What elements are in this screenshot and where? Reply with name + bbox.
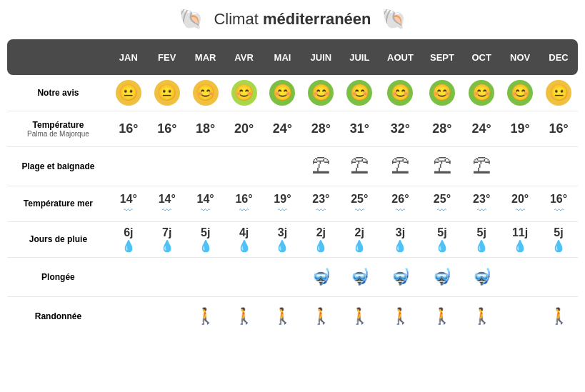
plage-fev [148, 146, 186, 186]
rando-dec: 🚶 [539, 296, 578, 336]
plongee-oct: 🤿 [462, 257, 501, 296]
rando-nov [501, 296, 539, 336]
pluie-nov: 11j💧 [501, 221, 539, 257]
plongee-label: Plongée [7, 257, 109, 296]
hiker-mar: 🚶 [196, 307, 215, 325]
temp-fev: 16° [148, 111, 186, 146]
tmer-mar: 14°〰 [186, 186, 225, 221]
tmer-juil: 25°〰 [340, 186, 379, 221]
rando-aout: 🚶 [379, 296, 421, 336]
smiley-juil: 😊 [346, 80, 372, 106]
smiley-fev: 😐 [154, 80, 180, 106]
plage-jan [109, 146, 148, 186]
temperature-sublabel: Palma de Majorque [9, 130, 108, 138]
title-prefix: Climat [214, 10, 262, 28]
smiley-cell-dec: 😐 [539, 75, 578, 111]
temp-mar: 18° [186, 111, 225, 146]
pluie-mai: 3j💧 [264, 221, 302, 257]
smiley-mai: 😊 [269, 80, 295, 106]
month-sept: SEPT [422, 39, 463, 75]
rando-juin: 🚶 [301, 296, 340, 336]
rando-avr: 🚶 [225, 296, 264, 336]
tmer-oct: 23°〰 [462, 186, 501, 221]
pluie-mar: 5j💧 [186, 221, 225, 257]
label-header [7, 39, 109, 75]
plage-avr [225, 146, 264, 186]
plage-juil: ⛱ [340, 146, 379, 186]
snorkel-juin: 🤿 [311, 268, 331, 286]
pluie-dec: 5j💧 [539, 221, 578, 257]
month-mai: MAI [264, 39, 302, 75]
temp-juil: 31° [340, 111, 379, 146]
temp-mer-label: Température mer [7, 186, 109, 221]
plage-row: Plage et baignade ⛱ ⛱ ⛱ ⛱ ⛱ [7, 146, 578, 186]
temp-oct: 24° [462, 111, 501, 146]
smiley-cell-oct: 😊 [462, 75, 501, 111]
hiker-oct: 🚶 [472, 307, 491, 325]
temp-dec: 16° [539, 111, 578, 146]
pluie-jan: 6j💧 [109, 221, 148, 257]
month-juin: JUIN [301, 39, 340, 75]
hiker-juil: 🚶 [350, 307, 369, 325]
snorkel-oct: 🤿 [472, 268, 491, 286]
smiley-cell-juil: 😊 [340, 75, 379, 111]
snorkel-aout: 🤿 [391, 268, 410, 286]
temp-mer-row: Température mer 14°〰 14°〰 14°〰 16°〰 19°〰… [7, 186, 578, 221]
smiley-cell-fev: 😐 [148, 75, 186, 111]
tmer-dec: 16°〰 [539, 186, 578, 221]
jours-pluie-label: Jours de pluie [7, 221, 109, 257]
temp-avr: 20° [225, 111, 264, 146]
smiley-sept: 😊 [429, 80, 455, 106]
smiley-cell-nov: 😊 [501, 75, 539, 111]
plongee-fev [148, 257, 186, 296]
tmer-avr: 16°〰 [225, 186, 264, 221]
tmer-jan: 14°〰 [109, 186, 148, 221]
rando-fev [148, 296, 186, 336]
hiker-juin: 🚶 [311, 307, 331, 325]
plage-oct: ⛱ [462, 146, 501, 186]
pluie-juin: 2j💧 [301, 221, 340, 257]
smiley-cell-sept: 😊 [422, 75, 463, 111]
hiker-aout: 🚶 [391, 307, 410, 325]
tmer-mai: 19°〰 [264, 186, 302, 221]
plongee-mai [264, 257, 302, 296]
hiker-dec: 🚶 [549, 307, 569, 325]
shell-icon-right: 🐚 [381, 7, 406, 31]
plage-nov [501, 146, 539, 186]
smiley-cell-aout: 😊 [379, 75, 421, 111]
smiley-juin: 😊 [308, 80, 334, 106]
rando-label: Randonnée [7, 296, 109, 336]
temperature-row: Température Palma de Majorque 16° 16° 18… [7, 111, 578, 146]
rando-oct: 🚶 [462, 296, 501, 336]
temp-mai: 24° [264, 111, 302, 146]
page-title: Climat méditerranéen [214, 10, 371, 29]
month-juil: JUIL [340, 39, 379, 75]
umbrella-oct: ⛱ [472, 155, 491, 176]
plongee-nov [501, 257, 539, 296]
month-oct: OCT [462, 39, 501, 75]
umbrella-juil: ⛱ [350, 155, 369, 176]
month-aout: AOUT [379, 39, 421, 75]
month-header-row: JAN FEV MAR AVR MAI JUIN JUIL AOUT SEPT … [7, 39, 578, 75]
pluie-fev: 7j💧 [148, 221, 186, 257]
plage-mar [186, 146, 225, 186]
tmer-aout: 26°〰 [379, 186, 421, 221]
plage-juin: ⛱ [301, 146, 340, 186]
plage-label: Plage et baignade [7, 146, 109, 186]
temp-nov: 19° [501, 111, 539, 146]
pluie-sept: 5j💧 [422, 221, 463, 257]
rando-juil: 🚶 [340, 296, 379, 336]
jours-pluie-row: Jours de pluie 6j💧 7j💧 5j💧 4j💧 3j💧 2j💧 2… [7, 221, 578, 257]
rando-jan [109, 296, 148, 336]
month-fev: FEV [148, 39, 186, 75]
smiley-cell-juin: 😊 [301, 75, 340, 111]
temp-jan: 16° [109, 111, 148, 146]
smiley-cell-mar: 😊 [186, 75, 225, 111]
pluie-juil: 2j💧 [340, 221, 379, 257]
smiley-jan: 😐 [116, 80, 141, 106]
umbrella-sept: ⛱ [433, 155, 451, 176]
rando-row: Randonnée 🚶 🚶 🚶 🚶 🚶 🚶 🚶 🚶 🚶 [7, 296, 578, 336]
smiley-cell-avr: 😊 [225, 75, 264, 111]
smiley-cell-jan: 😐 [109, 75, 148, 111]
umbrella-aout: ⛱ [391, 155, 409, 176]
